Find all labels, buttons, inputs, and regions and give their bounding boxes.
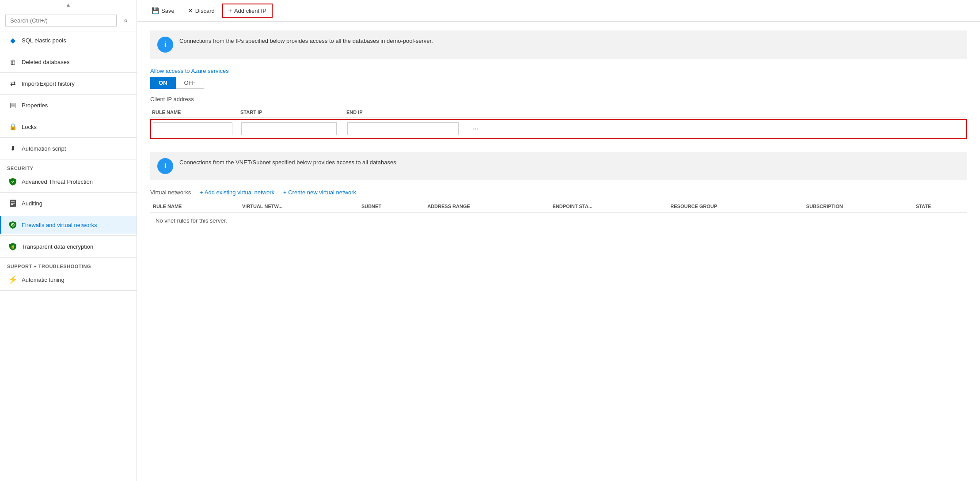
end-ip-cell bbox=[347, 122, 471, 135]
sidebar-item-label: Automatic tuning bbox=[22, 276, 65, 283]
row-actions-cell: ··· bbox=[471, 123, 498, 135]
discard-icon: ✕ bbox=[188, 7, 193, 14]
vnet-col-resource-group: RESOURCE GROUP bbox=[668, 200, 803, 213]
divider bbox=[0, 214, 137, 214]
row-more-button[interactable]: ··· bbox=[471, 123, 480, 135]
scroll-up-icon: ▲ bbox=[66, 2, 71, 8]
encryption-icon: 🔒 bbox=[8, 242, 17, 251]
add-existing-virtual-network-link[interactable]: + Add existing virtual network bbox=[200, 189, 274, 196]
lock-icon: 🔒 bbox=[8, 122, 17, 131]
vnet-col-subnet: SUBNET bbox=[359, 200, 425, 213]
import-icon: ⇄ bbox=[8, 79, 17, 88]
toggle-label: Allow access to Azure services bbox=[150, 68, 967, 74]
divider bbox=[0, 159, 137, 159]
end-ip-header: END IP bbox=[345, 110, 468, 115]
main-content: 💾 Save ✕ Discard + Add client IP i Conne… bbox=[137, 0, 980, 481]
sidebar-item-label: Locks bbox=[22, 124, 37, 130]
sidebar-item-label: SQL elastic pools bbox=[22, 37, 66, 44]
azure-services-toggle-section: Allow access to Azure services ON OFF bbox=[150, 68, 967, 89]
rule-name-input[interactable] bbox=[153, 122, 232, 135]
info-icon-1: i bbox=[157, 37, 173, 53]
vnet-no-rules-row: No vnet rules for this server. bbox=[150, 213, 967, 229]
end-ip-input[interactable] bbox=[347, 122, 459, 135]
vnet-col-address-range: ADDRESS RANGE bbox=[425, 200, 550, 213]
search-input[interactable] bbox=[5, 15, 117, 27]
add-client-ip-button[interactable]: + Add client IP bbox=[222, 4, 273, 18]
sidebar-item-properties[interactable]: ▤ Properties bbox=[0, 96, 137, 114]
sidebar-item-firewalls-virtual-networks[interactable]: Firewalls and virtual networks bbox=[0, 216, 137, 234]
sidebar: ▲ « ◆ SQL elastic pools 🗑 Deleted databa… bbox=[0, 0, 137, 481]
sidebar-search-container: « bbox=[0, 10, 137, 31]
add-client-ip-label: Add client IP bbox=[234, 8, 266, 14]
vnet-table-header: RULE NAME VIRTUAL NETW... SUBNET ADDRESS… bbox=[150, 200, 967, 213]
vnet-col-subscription: SUBSCRIPTION bbox=[804, 200, 913, 213]
ip-rule-row: ··· bbox=[150, 119, 967, 139]
automation-icon: ⬇ bbox=[8, 144, 17, 153]
start-ip-header: START IP bbox=[239, 110, 345, 115]
sidebar-item-automation-script[interactable]: ⬇ Automation script bbox=[0, 140, 137, 157]
virtual-networks-table: RULE NAME VIRTUAL NETW... SUBNET ADDRESS… bbox=[150, 200, 967, 228]
lightning-icon: ⚡ bbox=[8, 275, 17, 284]
divider bbox=[0, 192, 137, 193]
sidebar-item-auditing[interactable]: Auditing bbox=[0, 194, 137, 212]
divider bbox=[0, 137, 137, 138]
rule-name-cell bbox=[153, 122, 241, 135]
sidebar-item-label: Properties bbox=[22, 102, 48, 109]
start-ip-input[interactable] bbox=[241, 122, 337, 135]
virtual-networks-header: Virtual networks + Add existing virtual … bbox=[150, 189, 967, 196]
actions-header bbox=[468, 110, 495, 115]
sidebar-item-transparent-data-encryption[interactable]: 🔒 Transparent data encryption bbox=[0, 238, 137, 255]
client-ip-label: Client IP address bbox=[150, 96, 967, 102]
shield-green-icon bbox=[8, 177, 17, 186]
virtual-networks-label: Virtual networks bbox=[150, 189, 191, 196]
toggle-group: ON OFF bbox=[150, 77, 967, 89]
info-text-2: Connections from the VNET/Subnet specifi… bbox=[179, 158, 396, 167]
vnet-col-state: STATE bbox=[913, 200, 967, 213]
divider bbox=[0, 94, 137, 95]
scroll-indicator: ▲ bbox=[0, 0, 137, 10]
divider bbox=[0, 290, 137, 291]
svg-point-5 bbox=[12, 224, 13, 225]
collapse-sidebar-button[interactable]: « bbox=[120, 14, 131, 27]
content-area: i Connections from the IPs specified bel… bbox=[137, 22, 980, 481]
sidebar-item-label: Import/Export history bbox=[22, 80, 75, 87]
sidebar-item-automatic-tuning[interactable]: ⚡ Automatic tuning bbox=[0, 271, 137, 288]
vnet-col-virtual-netw: VIRTUAL NETW... bbox=[239, 200, 359, 213]
toggle-off-button[interactable]: OFF bbox=[176, 77, 204, 89]
toggle-on-button[interactable]: ON bbox=[150, 77, 176, 89]
sidebar-item-label: Deleted databases bbox=[22, 59, 69, 65]
divider bbox=[0, 257, 137, 258]
vnet-col-rule-name: RULE NAME bbox=[150, 200, 239, 213]
save-icon: 💾 bbox=[152, 7, 159, 14]
create-new-virtual-network-link[interactable]: + Create new virtual network bbox=[283, 189, 356, 196]
discard-label: Discard bbox=[195, 8, 215, 14]
sidebar-item-deleted-databases[interactable]: 🗑 Deleted databases bbox=[0, 53, 137, 71]
vnet-col-endpoint-status: ENDPOINT STA... bbox=[550, 200, 668, 213]
auditing-icon bbox=[8, 199, 17, 208]
sidebar-item-advanced-threat-protection[interactable]: Advanced Threat Protection bbox=[0, 173, 137, 190]
divider bbox=[0, 51, 137, 51]
save-button[interactable]: 💾 Save bbox=[146, 4, 180, 17]
sidebar-items-list: ◆ SQL elastic pools 🗑 Deleted databases … bbox=[0, 31, 137, 481]
sidebar-item-import-export-history[interactable]: ⇄ Import/Export history bbox=[0, 75, 137, 92]
toolbar: 💾 Save ✕ Discard + Add client IP bbox=[137, 0, 980, 22]
sql-elastic-icon: ◆ bbox=[8, 36, 17, 45]
divider bbox=[0, 235, 137, 236]
sidebar-item-label: Auditing bbox=[22, 200, 42, 207]
info-icon-2: i bbox=[157, 158, 173, 174]
security-section-header: SECURITY bbox=[0, 161, 137, 173]
info-text-1: Connections from the IPs specified below… bbox=[179, 37, 433, 45]
sidebar-item-label: Transparent data encryption bbox=[22, 243, 93, 250]
sidebar-item-label: Automation script bbox=[22, 145, 66, 152]
vnet-table-body: No vnet rules for this server. bbox=[150, 213, 967, 229]
sidebar-item-locks[interactable]: 🔒 Locks bbox=[0, 118, 137, 136]
sidebar-item-sql-elastic-pools[interactable]: ◆ SQL elastic pools bbox=[0, 31, 137, 49]
trash-icon: 🗑 bbox=[8, 57, 17, 66]
properties-icon: ▤ bbox=[8, 101, 17, 110]
add-icon: + bbox=[228, 7, 232, 14]
svg-text:🔒: 🔒 bbox=[11, 244, 15, 249]
discard-button[interactable]: ✕ Discard bbox=[182, 4, 220, 17]
info-box-2: i Connections from the VNET/Subnet speci… bbox=[150, 152, 967, 180]
firewall-icon bbox=[8, 220, 17, 229]
sidebar-item-label: Firewalls and virtual networks bbox=[22, 222, 97, 228]
